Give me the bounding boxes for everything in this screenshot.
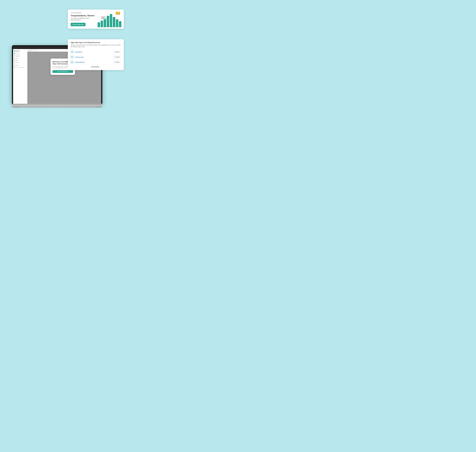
help-icon	[14, 67, 15, 68]
sidebar-item-dashboard[interactable]: Dashboard	[13, 53, 27, 55]
bar-1	[98, 22, 100, 27]
sidebar-item-label-studyplans: Study Plans	[15, 56, 20, 56]
sidebar-item-label-amboss: Amboss	[15, 62, 19, 63]
library-icon	[14, 58, 15, 59]
chevron-icon-library: ›	[26, 58, 26, 58]
topic-icon-3	[71, 61, 73, 63]
show-more-label: SHOW MORE	[91, 66, 99, 67]
topic-row-3: 3. Nephrolithiasis 🏷 Qbank	[71, 60, 121, 65]
qbank-icon-3: 🏷	[114, 61, 116, 63]
bar-6	[113, 17, 115, 27]
chevron-icon-account: ›	[26, 65, 26, 66]
sidebar-item-account[interactable]: Account ›	[13, 64, 27, 66]
laptop-foot-left	[14, 107, 19, 107]
qbank-button-3[interactable]: 🏷 Qbank	[113, 61, 121, 63]
qbank-label-3: Qbank	[116, 61, 120, 63]
laptop-base	[12, 105, 102, 107]
sidebar-item-label-dashboard: Dashboard	[15, 53, 20, 54]
score-report-subtitle: You passed the AMBOSS Step 1 Self-Assess…	[71, 17, 92, 21]
high-yield-card: High-Yield Topics You Should Focus On Ba…	[68, 39, 124, 70]
passing-score-label: PASSINGSCORE	[101, 16, 106, 19]
bar-7	[116, 19, 118, 27]
bar-chart-inner: PASSINGSCORE YOURSCORE	[98, 12, 121, 27]
high-yield-title: High-Yield Topics You Should Focus On	[71, 42, 121, 43]
chevron-down-icon: ⌄	[100, 66, 101, 68]
topic-name-2[interactable]: 2. Muscle tissue	[74, 56, 113, 58]
bar-chart: PASSINGSCORE YOURSCORE	[98, 12, 121, 28]
qbank-icon-1: 🏷	[114, 51, 116, 53]
amboss-logo-icon	[14, 50, 15, 52]
topic-name-1[interactable]: 1. Hepatitis B	[74, 51, 113, 53]
sidebar-item-amboss[interactable]: Amboss	[13, 61, 27, 63]
bar-5	[110, 14, 112, 27]
laptop-camera-dot	[57, 47, 57, 48]
chevron-icon-qbank: ›	[26, 60, 26, 60]
account-icon	[14, 65, 15, 66]
sidebar-item-label-account: Account	[15, 65, 19, 66]
topic-row-1: 1. Hepatitis B 🏷 Qbank	[71, 49, 121, 54]
sidebar-logo-text: AMBOSS	[16, 51, 20, 52]
sidebar-logo: AMBOSS	[13, 50, 27, 53]
sidebar-item-label-help: Help Center & Legal Info	[15, 67, 23, 68]
create-study-plan-button[interactable]: Create study plan	[71, 23, 86, 26]
sidebar-item-studyplans[interactable]: Study Plans ›	[13, 55, 27, 57]
chart-baseline	[98, 27, 121, 27]
qbank-button-2[interactable]: 🏷 Qbank	[113, 56, 121, 58]
sidebar-item-label-qbank: Qbank	[15, 60, 18, 61]
amboss-icon	[14, 62, 15, 63]
score-report-card: Your Score Report Congratulations, Steve…	[68, 9, 124, 29]
bar-2	[101, 20, 103, 27]
sidebar-item-help[interactable]: Help Center & Legal Info ›	[13, 66, 27, 68]
sidebar: AMBOSS Dashboard Study Plans › Library ›	[13, 49, 27, 104]
qbank-label-2: Qbank	[116, 56, 120, 58]
bar-4	[107, 16, 109, 27]
search-placeholder: 🔍 Search	[29, 50, 32, 51]
high-yield-description: Based on your performance, we've selecte…	[71, 44, 121, 48]
topic-row-2: 2. Muscle tissue 🏷 Qbank	[71, 54, 121, 60]
sidebar-item-qbank[interactable]: Qbank ›	[13, 59, 27, 61]
your-score-label: YOURSCORE	[116, 12, 120, 15]
laptop-hinge	[12, 104, 102, 105]
chevron-icon-help: ›	[26, 67, 26, 68]
bar-3	[104, 18, 106, 27]
qbank-label-1: Qbank	[116, 51, 120, 53]
sidebar-item-library[interactable]: Library ›	[13, 57, 27, 59]
qbank-button-1[interactable]: 🏷 Qbank	[113, 51, 121, 53]
dashboard-icon	[14, 53, 15, 54]
show-more-row[interactable]: SHOW MORE ⌄	[71, 65, 121, 68]
qbank-nav-icon	[14, 60, 15, 61]
topic-icon-1	[71, 51, 73, 53]
start-self-assessment-button[interactable]: Start the self-assessment	[53, 70, 73, 73]
qbank-icon-2: 🏷	[114, 56, 116, 58]
sidebar-item-label-library: Library	[15, 58, 18, 59]
search-bar[interactable]: 🔍 Search	[28, 49, 38, 51]
laptop-foot-right	[95, 107, 100, 107]
study-plans-icon	[14, 55, 15, 56]
laptop-trackpad	[52, 106, 62, 107]
topic-icon-2	[71, 56, 73, 58]
bar-8	[119, 21, 121, 27]
topic-name-3[interactable]: 3. Nephrolithiasis	[74, 61, 113, 63]
chevron-icon-studyplans: ›	[26, 56, 26, 56]
